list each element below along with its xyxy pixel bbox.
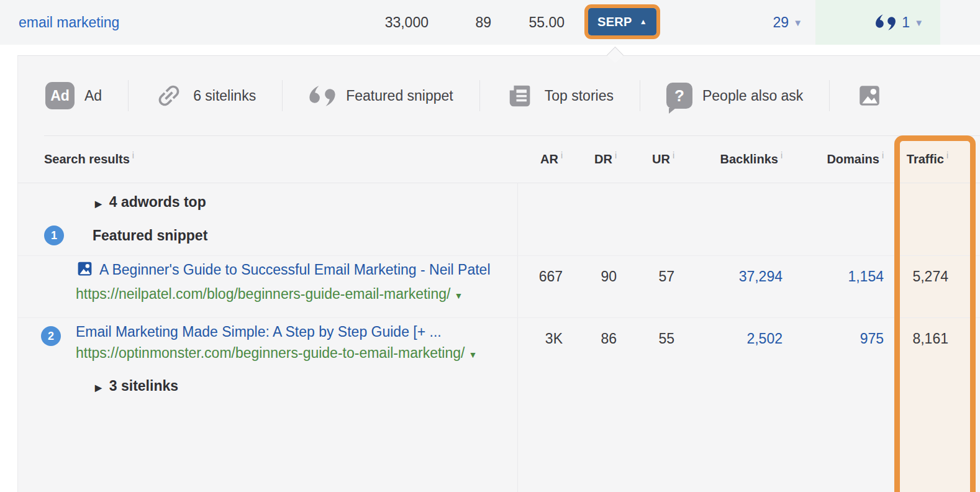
adwords-group-toggle[interactable]: ▶4 adwords top	[95, 194, 509, 211]
serp-button-highlight: SERP ▲	[584, 4, 660, 39]
serp-features-bar: Ad Ad 6 sitelinks	[18, 56, 980, 135]
feature-featured-snippet: Featured snippet	[283, 86, 479, 106]
keyword-difficulty: 89	[475, 0, 491, 45]
position-badge: 2	[41, 326, 61, 346]
table-row: A Beginner's Guide to Successful Email M…	[18, 255, 980, 317]
caret-right-icon: ▶	[95, 383, 102, 393]
question-bubble-icon: ?	[666, 83, 692, 109]
table-row: ▶4 adwords top 1 Featured snippet	[18, 183, 980, 255]
serp-panel: Ad Ad 6 sitelinks	[17, 55, 980, 492]
result-title-link[interactable]: A Beginner's Guide to Successful Email M…	[76, 259, 493, 283]
domains-link[interactable]: 975	[860, 330, 884, 347]
positions-dropdown[interactable]: 29▼	[773, 0, 802, 45]
sitelinks-group-toggle[interactable]: ▶3 sitelinks	[95, 378, 509, 394]
feature-label: Top stories	[545, 88, 614, 104]
image-icon	[856, 83, 883, 109]
feature-sitelinks: 6 sitelinks	[129, 81, 282, 110]
sitelinks-group-label: 3 sitelinks	[109, 378, 178, 394]
ar-value: 667	[509, 256, 563, 317]
traffic-value: 8,161	[884, 318, 948, 406]
table-row: 2 Email Marketing Made Simple: A Step by…	[18, 317, 980, 406]
search-volume: 33,000	[385, 0, 429, 45]
column-header-ur: URi	[617, 152, 674, 166]
table-header-row: Search resultsi ARi DRi URi Backlinksi D…	[18, 135, 980, 183]
position-badge: 1	[44, 226, 64, 245]
result-url[interactable]: https://neilpatel.com/blog/beginners-gui…	[76, 283, 493, 306]
quote-count: 1	[902, 14, 910, 31]
info-icon: i	[781, 150, 783, 160]
feature-label: Ad	[84, 88, 102, 104]
quote-icon	[875, 14, 896, 30]
feature-label: Featured snippet	[346, 88, 453, 104]
feature-label: 6 sitelinks	[193, 88, 256, 104]
dr-value: 90	[563, 256, 617, 317]
ad-badge-icon: Ad	[45, 82, 75, 109]
column-header-search-results: Search resultsi	[44, 152, 509, 166]
positions-count: 29	[773, 14, 789, 30]
feature-people-also-ask: ? People also ask	[640, 83, 829, 109]
caret-down-icon: ▼	[793, 17, 802, 28]
ur-value: 57	[617, 256, 674, 317]
news-icon	[506, 81, 535, 110]
adwords-group-label: 4 adwords top	[109, 194, 206, 210]
info-icon: i	[615, 150, 617, 160]
caret-up-icon: ▲	[640, 17, 647, 26]
quote-icon	[309, 86, 336, 106]
caret-down-icon[interactable]: ▼	[468, 350, 477, 360]
keyword-link[interactable]: email marketing	[19, 0, 119, 45]
feature-top-stories: Top stories	[480, 81, 640, 110]
info-icon: i	[946, 150, 948, 160]
featured-snippet-label: Featured snippet	[93, 227, 207, 244]
caret-right-icon: ▶	[95, 199, 102, 209]
result-title-link[interactable]: Email Marketing Made Simple: A Step by S…	[76, 321, 493, 342]
dr-value: 86	[563, 318, 617, 406]
info-icon: i	[673, 150, 674, 160]
cpc-value: 55.00	[529, 0, 565, 45]
info-icon: i	[882, 150, 884, 160]
feature-label: People also ask	[702, 88, 803, 104]
column-header-traffic: Traffici	[884, 152, 948, 166]
search-results-table: Search resultsi ARi DRi URi Backlinksi D…	[18, 135, 980, 406]
traffic-value: 5,274	[884, 256, 948, 317]
serp-overview-screen: email marketing 33,000 89 55.00 SERP ▲ 2…	[0, 0, 980, 492]
domains-link[interactable]: 1,154	[848, 268, 884, 285]
featured-snippet-cell[interactable]: 1 ▼	[815, 0, 940, 45]
column-header-backlinks: Backlinksi	[674, 152, 783, 166]
ur-value: 55	[617, 318, 674, 406]
feature-image-pack	[830, 83, 909, 109]
result-url[interactable]: https://optinmonster.com/beginners-guide…	[76, 342, 493, 365]
image-icon	[76, 260, 94, 283]
ar-value: 3K	[509, 318, 563, 406]
caret-down-icon: ▼	[914, 17, 923, 28]
column-header-domains: Domainsi	[783, 152, 884, 166]
feature-ad: Ad Ad	[45, 82, 128, 109]
column-header-dr: DRi	[563, 152, 617, 166]
info-icon: i	[132, 150, 134, 160]
caret-down-icon[interactable]: ▼	[454, 291, 463, 301]
backlinks-link[interactable]: 37,294	[739, 268, 783, 285]
serp-button-label: SERP	[597, 15, 632, 29]
serp-button[interactable]: SERP ▲	[588, 8, 656, 35]
keyword-row: email marketing 33,000 89 55.00 SERP ▲ 2…	[0, 0, 980, 45]
link-icon	[155, 81, 183, 110]
column-header-ar: ARi	[509, 152, 563, 166]
info-icon: i	[561, 150, 563, 160]
backlinks-link[interactable]: 2,502	[746, 330, 783, 347]
